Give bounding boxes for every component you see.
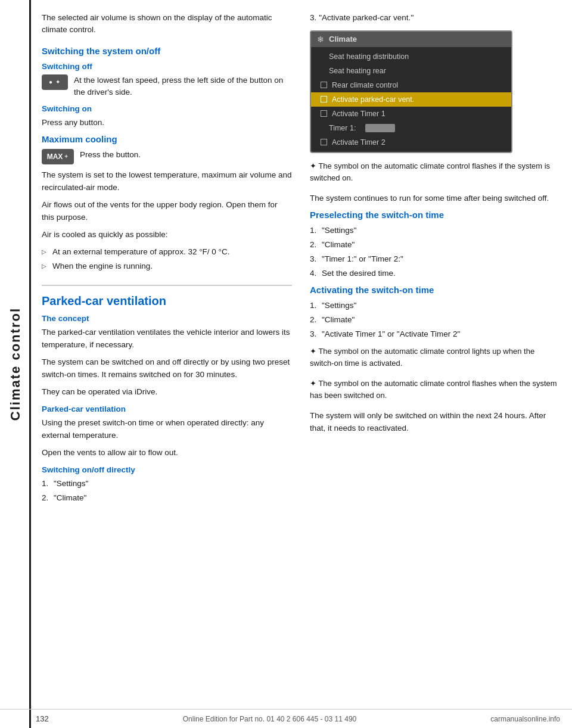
step-1-left: "Settings" bbox=[42, 478, 292, 490]
max-btn-gear: ✦ bbox=[64, 153, 69, 160]
activate-step3: "Activate Timer 1" or "Activate Timer 2" bbox=[310, 328, 560, 341]
preselect-step3: "Timer 1:" or "Timer 2:" bbox=[310, 253, 560, 266]
timer1-bar bbox=[365, 124, 395, 132]
main-content: The selected air volume is shown on the … bbox=[36, 0, 572, 521]
menu-item-timer2-text: Activate Timer 2 bbox=[332, 138, 386, 147]
climate-screen-header: ❄ Climate bbox=[311, 32, 511, 47]
menu-item-timer1-activate: Activate Timer 1 bbox=[311, 107, 511, 121]
note-lights-up: ✦ The symbol on the automatic climate co… bbox=[310, 346, 560, 374]
off-button-icon: ● ✦ bbox=[42, 74, 68, 90]
note-24h: The system will only be switched on with… bbox=[310, 410, 560, 435]
switching-off-text: At the lowest fan speed, press the left … bbox=[74, 74, 292, 99]
parked-vent-text2: Open the vents to allow air to flow out. bbox=[42, 447, 292, 459]
sidebar-label: Climate control bbox=[8, 307, 23, 421]
parked-vent-text1: Using the preset switch-on time or when … bbox=[42, 417, 292, 442]
switching-on-off-subheading: Switching on/off directly bbox=[42, 465, 292, 474]
switching-on-text: Press any button. bbox=[42, 117, 292, 129]
right-column: 3."Activate parked-car vent." ❄ Climate … bbox=[310, 12, 560, 509]
climate-menu: Seat heating distribution Seat heating r… bbox=[311, 47, 511, 152]
activating-steps: "Settings" "Climate" "Activate Timer 1" … bbox=[310, 300, 560, 341]
menu-item-parked-vent-text: Activate parked-car vent. bbox=[332, 95, 414, 104]
footer-center: Online Edition for Part no. 01 40 2 606 … bbox=[183, 715, 357, 723]
climate-icon: ❄ bbox=[317, 35, 324, 44]
switching-off-row: ● ✦ At the lowest fan speed, press the l… bbox=[42, 74, 292, 99]
note-flashes2: ✦ The symbol on the automatic climate co… bbox=[310, 378, 560, 406]
left-column: The selected air volume is shown on the … bbox=[42, 12, 292, 509]
preselect-step1: "Settings" bbox=[310, 225, 560, 237]
menu-item-rear-climate: Rear climate control bbox=[311, 78, 511, 92]
max-cooling-text2: The system is set to the lowest temperat… bbox=[42, 169, 292, 194]
max-btn-label: MAX bbox=[47, 153, 63, 161]
parked-vent-subheading: Parked-car ventilation bbox=[42, 405, 292, 413]
note-flashes2-text: ✦ The symbol on the automatic climate co… bbox=[310, 378, 560, 402]
checkbox-rear-climate bbox=[321, 82, 327, 88]
switching-on-off-steps: "Settings" "Climate" bbox=[42, 478, 292, 505]
concept-subheading: The concept bbox=[42, 314, 292, 323]
bullet-item-1: At an external temperature of approx. 32… bbox=[42, 246, 292, 259]
menu-item-timer1-label: Timer 1: bbox=[329, 124, 356, 132]
max-cooling-text3: Air flows out of the vents for the upper… bbox=[42, 199, 292, 224]
step-2-left: "Climate" bbox=[42, 492, 292, 505]
off-button-dots: ● ✦ bbox=[49, 79, 61, 85]
activate-step2: "Climate" bbox=[310, 314, 560, 326]
parked-car-heading: Parked-car ventilation bbox=[42, 285, 292, 308]
note-lights-up-text: ✦ The symbol on the automatic climate co… bbox=[310, 346, 560, 369]
menu-item-timer1-text: Activate Timer 1 bbox=[332, 110, 386, 118]
climate-header-label: Climate bbox=[329, 35, 357, 43]
intro-text: The selected air volume is shown on the … bbox=[42, 12, 292, 36]
max-cooling-text1: Press the button. bbox=[80, 149, 141, 161]
page-number: 132 bbox=[36, 714, 49, 723]
concept-text3: They can be operated via iDrive. bbox=[42, 386, 292, 399]
menu-item-seat-heat-rear-text: Seat heating rear bbox=[329, 67, 386, 75]
switching-on-subheading: Switching on bbox=[42, 104, 292, 113]
checkbox-timer1 bbox=[321, 110, 327, 117]
menu-item-parked-vent: Activate parked-car vent. bbox=[311, 92, 511, 107]
step3-label: 3."Activate parked-car vent." bbox=[310, 12, 560, 24]
note-flashes-text: ✦ The symbol on the automatic climate co… bbox=[310, 160, 560, 184]
bullet-item-2: When the engine is running. bbox=[42, 260, 292, 273]
preselecting-steps: "Settings" "Climate" "Timer 1:" or "Time… bbox=[310, 225, 560, 280]
note-flashes: ✦ The symbol on the automatic climate co… bbox=[310, 160, 560, 189]
max-cooling-row: MAX ✦ Press the button. bbox=[42, 149, 292, 164]
menu-item-rear-climate-text: Rear climate control bbox=[332, 81, 398, 89]
concept-text2: The system can be switched on and off di… bbox=[42, 356, 292, 381]
max-button-icon: MAX ✦ bbox=[42, 149, 74, 164]
menu-item-seat-heat-rear: Seat heating rear bbox=[311, 64, 511, 78]
climate-screen: ❄ Climate Seat heating distribution Seat… bbox=[310, 30, 512, 153]
footer-right: carmanualsonline.info bbox=[490, 715, 560, 723]
page-footer: 132 Online Edition for Part no. 01 40 2 … bbox=[0, 709, 572, 728]
concept-text1: The parked-car ventilation ventilates th… bbox=[42, 326, 292, 351]
sidebar-line bbox=[29, 0, 31, 728]
menu-item-seat-heat-dist: Seat heating distribution bbox=[311, 49, 511, 64]
menu-item-timer1-value: Timer 1: bbox=[311, 121, 511, 135]
preselect-step4: Set the desired time. bbox=[310, 267, 560, 280]
max-cooling-text4: Air is cooled as quickly as possible: bbox=[42, 229, 292, 241]
checkbox-parked-vent bbox=[321, 96, 327, 102]
menu-item-seat-heat-dist-text: Seat heating distribution bbox=[329, 52, 409, 61]
preselect-step2: "Climate" bbox=[310, 239, 560, 251]
checkbox-timer2 bbox=[321, 139, 327, 145]
menu-item-timer2-activate: Activate Timer 2 bbox=[311, 135, 511, 150]
step3-text: "Activate parked-car vent." bbox=[319, 13, 414, 22]
activating-heading: Activating the switch-on time bbox=[310, 285, 560, 295]
max-cooling-bullets: At an external temperature of approx. 32… bbox=[42, 246, 292, 273]
max-cooling-heading: Maximum cooling bbox=[42, 134, 292, 144]
switching-off-subheading: Switching off bbox=[42, 62, 292, 71]
note-continues: The system continues to run for some tim… bbox=[310, 192, 560, 205]
activate-step1: "Settings" bbox=[310, 300, 560, 312]
sidebar: Climate control bbox=[0, 0, 31, 728]
preselecting-heading: Preselecting the switch-on time bbox=[310, 210, 560, 220]
switching-system-heading: Switching the system on/off bbox=[42, 46, 292, 56]
